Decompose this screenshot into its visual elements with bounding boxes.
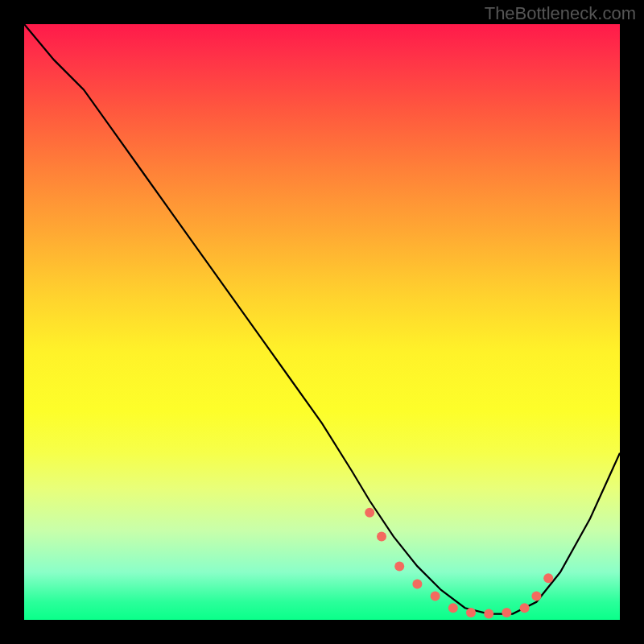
marker-dot — [502, 608, 511, 617]
marker-dot — [531, 591, 541, 601]
marker-dot — [448, 603, 458, 613]
chart-svg — [24, 24, 620, 620]
curve-line — [24, 24, 620, 614]
marker-dot — [543, 573, 553, 583]
marker-dot — [466, 608, 476, 617]
marker-dot — [394, 561, 404, 571]
watermark-text: TheBottleneck.com — [485, 3, 636, 24]
marker-group — [365, 508, 553, 619]
marker-dot — [365, 508, 374, 518]
marker-dot — [431, 591, 440, 601]
marker-dot — [377, 531, 386, 541]
marker-dot — [484, 609, 493, 619]
chart-plot-area — [24, 24, 620, 620]
marker-dot — [520, 603, 530, 613]
marker-dot — [412, 580, 422, 589]
